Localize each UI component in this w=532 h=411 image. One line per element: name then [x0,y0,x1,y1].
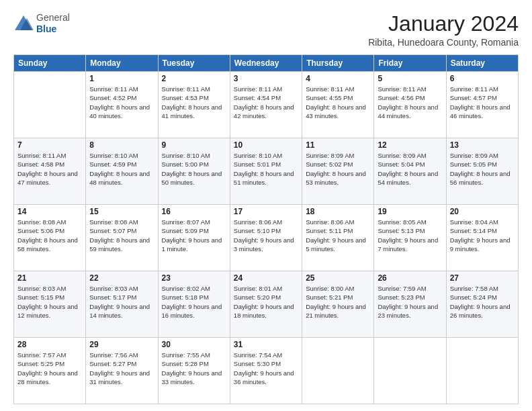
day-info: Sunrise: 8:08 AM Sunset: 5:07 PM Dayligh… [89,218,154,253]
day-info: Sunrise: 8:11 AM Sunset: 4:55 PM Dayligh… [306,85,370,120]
calendar-cell: 14Sunrise: 8:08 AM Sunset: 5:06 PM Dayli… [14,205,86,271]
calendar-cell: 10Sunrise: 8:10 AM Sunset: 5:01 PM Dayli… [230,138,302,205]
day-info: Sunrise: 8:09 AM Sunset: 5:04 PM Dayligh… [378,151,442,187]
calendar-cell: 19Sunrise: 8:05 AM Sunset: 5:13 PM Dayli… [374,205,446,271]
weekday-header: Sunday [14,55,86,72]
calendar-cell: 24Sunrise: 8:01 AM Sunset: 5:20 PM Dayli… [230,271,302,338]
calendar-cell: 13Sunrise: 8:09 AM Sunset: 5:05 PM Dayli… [446,138,518,205]
calendar-week-row: 14Sunrise: 8:08 AM Sunset: 5:06 PM Dayli… [14,205,519,271]
day-number: 20 [450,207,515,216]
day-number: 31 [234,340,298,349]
day-info: Sunrise: 8:02 AM Sunset: 5:18 PM Dayligh… [162,284,226,320]
day-info: Sunrise: 8:10 AM Sunset: 4:59 PM Dayligh… [89,151,154,187]
calendar-cell [374,338,446,404]
calendar-cell: 27Sunrise: 7:58 AM Sunset: 5:24 PM Dayli… [446,271,518,338]
logo-blue: Blue [36,24,70,35]
calendar-cell: 31Sunrise: 7:54 AM Sunset: 5:30 PM Dayli… [230,338,302,404]
calendar-table: SundayMondayTuesdayWednesdayThursdayFrid… [13,54,519,404]
calendar-cell [302,338,374,404]
day-number: 25 [306,273,370,283]
day-info: Sunrise: 7:58 AM Sunset: 5:24 PM Dayligh… [450,284,515,320]
day-number: 30 [162,340,226,349]
calendar-cell: 30Sunrise: 7:55 AM Sunset: 5:28 PM Dayli… [158,338,230,404]
day-number: 27 [450,273,515,283]
day-info: Sunrise: 7:56 AM Sunset: 5:27 PM Dayligh… [89,351,154,386]
day-number: 1 [89,74,154,83]
calendar-week-row: 1Sunrise: 8:11 AM Sunset: 4:52 PM Daylig… [14,72,519,138]
day-number: 17 [234,207,298,216]
calendar-cell: 3Sunrise: 8:11 AM Sunset: 4:54 PM Daylig… [230,72,302,138]
calendar-cell: 7Sunrise: 8:11 AM Sunset: 4:58 PM Daylig… [14,138,86,205]
day-info: Sunrise: 8:11 AM Sunset: 4:58 PM Dayligh… [17,151,82,187]
day-number: 8 [89,140,154,150]
calendar-week-row: 21Sunrise: 8:03 AM Sunset: 5:15 PM Dayli… [14,271,519,338]
calendar-cell: 4Sunrise: 8:11 AM Sunset: 4:55 PM Daylig… [302,72,374,138]
calendar-cell: 8Sunrise: 8:10 AM Sunset: 4:59 PM Daylig… [86,138,158,205]
day-number: 11 [306,140,370,150]
day-number: 12 [378,140,442,150]
day-number: 28 [17,340,82,349]
calendar-week-row: 7Sunrise: 8:11 AM Sunset: 4:58 PM Daylig… [14,138,519,205]
calendar-cell [14,72,86,138]
month-title: January 2024 [368,12,519,36]
day-info: Sunrise: 8:04 AM Sunset: 5:14 PM Dayligh… [450,218,515,253]
day-number: 24 [234,273,298,283]
title-block: January 2024 Ribita, Hunedoara County, R… [368,12,519,48]
calendar-cell: 28Sunrise: 7:57 AM Sunset: 5:25 PM Dayli… [14,338,86,404]
day-number: 9 [162,140,226,150]
logo-icon [13,14,34,33]
day-number: 6 [450,74,515,83]
calendar-cell: 26Sunrise: 7:59 AM Sunset: 5:23 PM Dayli… [374,271,446,338]
day-info: Sunrise: 8:00 AM Sunset: 5:21 PM Dayligh… [306,284,370,320]
day-info: Sunrise: 8:01 AM Sunset: 5:20 PM Dayligh… [234,284,298,320]
calendar-cell: 22Sunrise: 8:03 AM Sunset: 5:17 PM Dayli… [86,271,158,338]
day-number: 23 [162,273,226,283]
calendar-cell: 23Sunrise: 8:02 AM Sunset: 5:18 PM Dayli… [158,271,230,338]
page: General Blue January 2024 Ribita, Hunedo… [0,0,532,411]
location: Ribita, Hunedoara County, Romania [368,37,519,48]
day-number: 15 [89,207,154,216]
weekday-header: Saturday [446,55,518,72]
day-number: 5 [378,74,442,83]
calendar-cell: 18Sunrise: 8:06 AM Sunset: 5:11 PM Dayli… [302,205,374,271]
day-info: Sunrise: 8:11 AM Sunset: 4:57 PM Dayligh… [450,85,515,120]
day-info: Sunrise: 8:07 AM Sunset: 5:09 PM Dayligh… [162,218,226,253]
day-info: Sunrise: 7:57 AM Sunset: 5:25 PM Dayligh… [17,351,82,386]
day-number: 14 [17,207,82,216]
calendar-cell: 9Sunrise: 8:10 AM Sunset: 5:00 PM Daylig… [158,138,230,205]
calendar-cell: 29Sunrise: 7:56 AM Sunset: 5:27 PM Dayli… [86,338,158,404]
day-info: Sunrise: 7:55 AM Sunset: 5:28 PM Dayligh… [162,351,226,386]
calendar-cell: 1Sunrise: 8:11 AM Sunset: 4:52 PM Daylig… [86,72,158,138]
day-number: 4 [306,74,370,83]
calendar-week-row: 28Sunrise: 7:57 AM Sunset: 5:25 PM Dayli… [14,338,519,404]
weekday-header: Friday [374,55,446,72]
calendar-cell: 2Sunrise: 8:11 AM Sunset: 4:53 PM Daylig… [158,72,230,138]
day-info: Sunrise: 8:06 AM Sunset: 5:10 PM Dayligh… [234,218,298,253]
logo: General Blue [13,12,70,35]
day-info: Sunrise: 8:09 AM Sunset: 5:05 PM Dayligh… [450,151,515,187]
calendar-header-row: SundayMondayTuesdayWednesdayThursdayFrid… [14,55,519,72]
calendar-cell: 21Sunrise: 8:03 AM Sunset: 5:15 PM Dayli… [14,271,86,338]
calendar-cell: 15Sunrise: 8:08 AM Sunset: 5:07 PM Dayli… [86,205,158,271]
day-number: 16 [162,207,226,216]
calendar-cell: 16Sunrise: 8:07 AM Sunset: 5:09 PM Dayli… [158,205,230,271]
day-info: Sunrise: 8:11 AM Sunset: 4:56 PM Dayligh… [378,85,442,120]
day-number: 10 [234,140,298,150]
calendar-cell: 5Sunrise: 8:11 AM Sunset: 4:56 PM Daylig… [374,72,446,138]
calendar-cell: 6Sunrise: 8:11 AM Sunset: 4:57 PM Daylig… [446,72,518,138]
day-number: 22 [89,273,154,283]
logo-general: General [36,12,70,24]
day-number: 21 [17,273,82,283]
day-info: Sunrise: 8:09 AM Sunset: 5:02 PM Dayligh… [306,151,370,187]
day-info: Sunrise: 8:11 AM Sunset: 4:52 PM Dayligh… [89,85,154,120]
calendar-cell: 11Sunrise: 8:09 AM Sunset: 5:02 PM Dayli… [302,138,374,205]
day-number: 19 [378,207,442,216]
day-number: 13 [450,140,515,150]
weekday-header: Tuesday [158,55,230,72]
calendar-cell: 25Sunrise: 8:00 AM Sunset: 5:21 PM Dayli… [302,271,374,338]
day-number: 29 [89,340,154,349]
day-info: Sunrise: 8:11 AM Sunset: 4:54 PM Dayligh… [234,85,298,120]
header: General Blue January 2024 Ribita, Hunedo… [13,12,519,48]
logo-text: General Blue [36,12,70,35]
day-info: Sunrise: 7:54 AM Sunset: 5:30 PM Dayligh… [234,351,298,386]
